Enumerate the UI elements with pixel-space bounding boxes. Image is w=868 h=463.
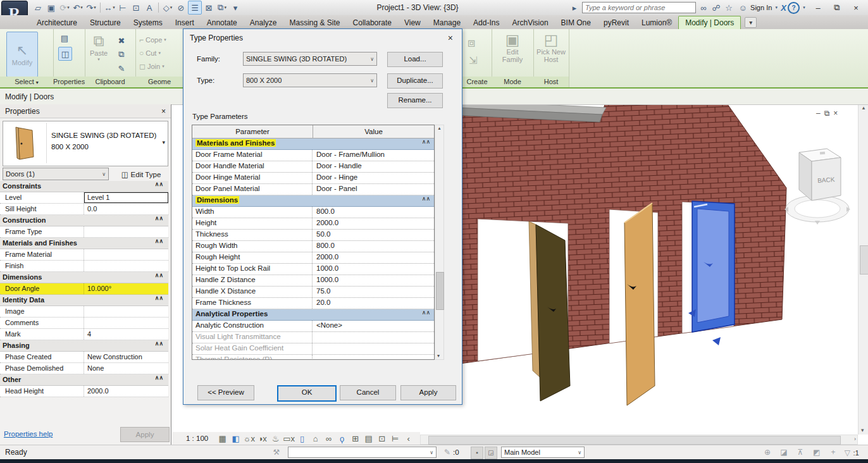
view-minimize-icon[interactable]: – xyxy=(816,109,821,118)
minimize-button[interactable]: – xyxy=(809,1,828,14)
search-expand-icon[interactable]: ▸ xyxy=(568,1,581,14)
section-icon[interactable]: ⊘ xyxy=(175,1,187,14)
preview-button[interactable]: << Preview xyxy=(197,385,254,400)
properties-help-link[interactable]: Properties help xyxy=(4,430,53,438)
param-value[interactable]: None xyxy=(84,363,168,374)
text-icon[interactable]: A xyxy=(143,1,156,14)
param-visual-light-transmittance[interactable]: Visual Light Transmittance xyxy=(192,332,434,343)
value-column-header[interactable]: Value xyxy=(313,125,434,138)
param-value[interactable]: Door - Handle xyxy=(313,161,434,172)
rename-button[interactable]: Rename... xyxy=(387,93,443,108)
ribbon-display-toggle[interactable]: ▾ xyxy=(745,17,757,28)
dialog-close-icon[interactable]: × xyxy=(445,33,456,43)
param-value[interactable]: 1000.0 xyxy=(313,275,434,286)
param-door-angle[interactable]: Door Angle10.000° xyxy=(0,283,168,295)
favorites-icon[interactable]: ☆ xyxy=(722,1,735,14)
group-constraints[interactable]: Constraints∧∧ xyxy=(0,181,168,192)
param-value[interactable]: Door - Frame/Mullion xyxy=(313,150,434,161)
help-dropdown-icon[interactable]: ▾ xyxy=(801,1,807,14)
param-frame-material[interactable]: Frame Material xyxy=(0,249,168,261)
close-hidden-windows-icon[interactable]: ⊠ xyxy=(202,1,215,14)
group-dimensions[interactable]: Dimensions∧∧ xyxy=(192,195,434,207)
properties-apply-button[interactable]: Apply xyxy=(120,427,170,442)
open-icon[interactable]: ▱ xyxy=(32,1,44,14)
param-handle-z-distance[interactable]: Handle Z Distance1000.0 xyxy=(192,275,434,287)
param-value[interactable] xyxy=(84,306,168,317)
collapse-icon[interactable]: ‹ xyxy=(402,433,415,444)
visual-style-icon[interactable]: ◧ xyxy=(229,433,242,444)
thin-lines-icon[interactable]: ☰ xyxy=(188,1,202,15)
lock-3d-view-icon[interactable]: ⌂ xyxy=(309,433,322,444)
table-scroll-down-icon[interactable]: ▾ xyxy=(437,353,440,359)
param-door-handle-material[interactable]: Door Handle MaterialDoor - Handle xyxy=(192,161,434,173)
ribbon-tab-structure[interactable]: Structure xyxy=(84,16,127,29)
exclude-options-button[interactable]: ◲ xyxy=(485,447,497,459)
param-height-to-top-lock-rail[interactable]: Height to Top Lock Rail1000.0 xyxy=(192,264,434,275)
horizontal-scroll-thumb[interactable] xyxy=(428,436,841,445)
edit-type-button[interactable]: ◫ Edit Type xyxy=(113,168,170,182)
ok-button[interactable]: OK xyxy=(277,385,337,402)
type-selector[interactable]: SINGLE SWING (3D ROTATED) 800 X 2000 ▾ xyxy=(3,121,168,166)
scroll-up-icon[interactable]: ▴ xyxy=(862,104,865,111)
group-dimensions[interactable]: Dimensions∧∧ xyxy=(0,272,168,283)
view-restore-icon[interactable]: ⧉ xyxy=(824,109,830,118)
param-value[interactable] xyxy=(84,261,168,271)
user-icon[interactable]: ☺ xyxy=(736,1,749,14)
switch-windows-icon[interactable]: ⧉▾ xyxy=(216,1,228,14)
reveal-constraints-icon[interactable]: ⊨ xyxy=(388,433,402,444)
redo-icon[interactable]: ↷▾ xyxy=(85,1,97,14)
sign-in-dropdown-icon[interactable]: ▾ xyxy=(773,1,779,14)
search-icon[interactable]: ∞ xyxy=(697,1,710,14)
param-value[interactable]: Level 1 xyxy=(84,192,168,203)
param-value[interactable]: 50.0 xyxy=(313,230,434,240)
param-value[interactable]: 0.0 xyxy=(84,204,168,214)
param-value[interactable] xyxy=(313,332,434,343)
cancel-button[interactable]: Cancel xyxy=(340,385,396,400)
param-frame-type[interactable]: Frame Type xyxy=(0,226,168,238)
element-filter-dropdown[interactable]: Doors (1) ∨ xyxy=(3,168,109,180)
group-construction[interactable]: Construction∧∧ xyxy=(0,215,168,226)
paste-button[interactable]: ⧉ Paste ▾ xyxy=(87,33,110,62)
scroll-down-icon[interactable]: ▾ xyxy=(861,427,864,433)
scale-control[interactable]: 1 : 100 xyxy=(186,435,208,442)
param-comments[interactable]: Comments xyxy=(0,318,168,329)
param-value[interactable]: 800.0 xyxy=(313,241,434,252)
ribbon-tab-modify-doors[interactable]: Modify | Doors xyxy=(678,16,741,29)
ribbon-tab-massing-site[interactable]: Massing & Site xyxy=(283,16,347,29)
undo-icon[interactable]: ↶▾ xyxy=(71,1,84,14)
ribbon-tab-insert[interactable]: Insert xyxy=(169,16,201,29)
param-value[interactable]: 800.0 xyxy=(313,207,434,218)
param-handle-x-distance[interactable]: Handle X Distance75.0 xyxy=(192,287,434,298)
param-door-hinge-material[interactable]: Door Hinge MaterialDoor - Hinge xyxy=(192,173,434,184)
render-icon[interactable]: ♨ xyxy=(269,433,282,444)
exchange-apps-icon[interactable]: X xyxy=(781,3,786,13)
pick-new-host-button[interactable]: ◰ Pick New Host xyxy=(535,32,567,63)
worksets-icon[interactable]: ⚒ xyxy=(271,447,282,458)
select-links-icon[interactable]: ⊕ xyxy=(762,447,773,458)
family-dropdown[interactable]: SINGLE SWING (3D ROTATED)∨ xyxy=(243,52,377,66)
worksharing-display-icon[interactable]: ▤ xyxy=(362,433,375,444)
param-rough-width[interactable]: Rough Width800.0 xyxy=(192,241,434,252)
param-value[interactable]: 2000.0 xyxy=(313,252,434,263)
param-analytic-construction[interactable]: Analytic Construction<None> xyxy=(192,321,434,332)
param-door-panel-material[interactable]: Door Panel MaterialDoor - Panel xyxy=(192,184,434,195)
param-level[interactable]: LevelLevel 1 xyxy=(0,192,168,204)
param-value[interactable]: 2000.0 xyxy=(84,386,168,397)
crop-view-icon[interactable]: ▭x xyxy=(282,433,295,444)
vertical-scrollbar[interactable]: ▴ ▾ xyxy=(858,104,868,435)
ribbon-tab-bim-one[interactable]: BIM One xyxy=(555,16,597,29)
cope-button[interactable]: ⌐Cope▾ xyxy=(139,33,166,46)
select-underlay-icon[interactable]: ◪ xyxy=(778,447,790,458)
select-panel-label[interactable]: Select ▾ xyxy=(0,77,53,87)
ribbon-tab-manage[interactable]: Manage xyxy=(427,16,467,29)
param-finish[interactable]: Finish xyxy=(0,261,168,272)
param-width[interactable]: Width800.0 xyxy=(192,207,434,218)
param-head-height[interactable]: Head Height2000.0 xyxy=(0,386,168,397)
join-button[interactable]: ◻Join▾ xyxy=(139,59,166,73)
horizontal-scrollbar[interactable]: › xyxy=(420,435,858,445)
reveal-hidden-icon[interactable]: ϙ xyxy=(335,433,349,444)
displaced-elements-icon[interactable]: ⊡ xyxy=(375,433,388,444)
ribbon-tab-add-ins[interactable]: Add-Ins xyxy=(467,16,505,29)
table-scroll-thumb[interactable] xyxy=(436,272,444,310)
vertical-scroll-thumb[interactable] xyxy=(860,245,868,275)
